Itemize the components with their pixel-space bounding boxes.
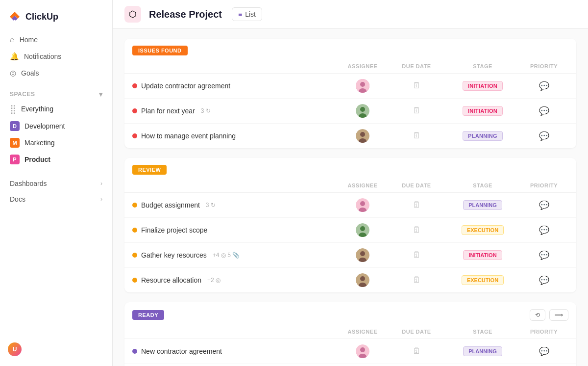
table-row: Update contractor agreement 🗓 INITIATION… [124,74,576,99]
toolbar-btn-1[interactable]: ⟲ [530,309,545,321]
section-issues: ISSUES FOUND ASSIGNEE DUE DATE STAGE PRI… [124,39,576,148]
task-meta: +4 ◎ 5 📎 [213,252,240,259]
sidebar: ClickUp ⌂ Home 🔔 Notifications ◎ Goals S… [0,0,113,366]
date-cell[interactable]: 🗓 [387,131,446,141]
task-text: Finalize project scope [141,226,207,234]
sidebar-item-everything[interactable]: ⣿ Everything [4,100,108,118]
priority-cell[interactable]: 💬 [519,275,568,286]
task-name[interactable]: Resource allocation +2 ◎ [132,276,338,284]
assignee-cell [338,344,387,358]
stage-cell[interactable]: PLANNING [446,131,519,141]
assignee-cell [338,129,387,143]
task-name[interactable]: Budget assignment 3 ↻ [132,201,338,209]
stage-cell[interactable]: PLANNING [446,200,519,210]
stage-cell[interactable]: INITIATION [446,81,519,91]
col-duedate: DUE DATE [387,329,446,335]
task-text: New contractor agreement [141,347,222,355]
priority-dot [132,203,137,208]
table-row: Refresh company website 5 📎 🗓 EXECUTION … [124,364,576,366]
priority-cell[interactable]: 💬 [519,81,568,91]
col-priority: PRIORITY [519,329,568,335]
date-cell[interactable]: 🗓 [387,106,446,116]
col-priority: PRIORITY [519,63,568,69]
table-row: Gather key resources +4 ◎ 5 📎 🗓 INITIATI… [124,243,576,268]
col-stage: STAGE [446,183,519,188]
chevron-down-icon[interactable]: ▾ [99,90,103,98]
priority-cell[interactable]: 💬 [519,346,568,357]
section-label-issues: ISSUES FOUND [132,46,188,55]
sidebar-item-marketing[interactable]: M Marketing [4,134,108,151]
task-text: Resource allocation [141,276,201,284]
priority-cell[interactable]: 💬 [519,200,568,210]
sidebar-item-product[interactable]: P Product [4,151,108,168]
task-name[interactable]: Plan for next year 3 ↻ [132,107,338,115]
clickup-logo-icon [8,10,22,24]
priority-dot [132,83,137,88]
user-profile[interactable]: U [0,339,112,360]
task-name[interactable]: Gather key resources +4 ◎ 5 📎 [132,251,338,259]
top-bar: ⬡ Release Project ≡ List [113,0,588,29]
task-name[interactable]: Update contractor agreement [132,82,338,90]
spaces-section: Spaces ▾ ⣿ Everything D Development M Ma… [0,85,112,168]
date-cell[interactable]: 🗓 [387,346,446,356]
section-review: REVIEW ASSIGNEE DUE DATE STAGE PRIORITY … [124,158,576,292]
content-area: ISSUES FOUND ASSIGNEE DUE DATE STAGE PRI… [113,29,588,366]
task-name[interactable]: New contractor agreement [132,347,338,355]
view-toggle-list[interactable]: ≡ List [232,7,262,21]
sidebar-logo[interactable]: ClickUp [0,6,112,31]
priority-cell[interactable]: 💬 [519,131,568,141]
sidebar-item-goals[interactable]: ◎ Goals [4,65,108,81]
section-label-review: REVIEW [132,165,167,175]
date-cell[interactable]: 🗓 [387,275,446,285]
stage-cell[interactable]: PLANNING [446,346,519,356]
toolbar-btn-2[interactable]: ⟹ [549,309,568,321]
date-cell[interactable]: 🗓 [387,81,446,91]
sidebar-item-notifications[interactable]: 🔔 Notifications [4,48,108,65]
sidebar-item-development[interactable]: D Development [4,118,108,134]
assignee-cell [338,104,387,118]
notifications-icon: 🔔 [10,52,19,61]
task-name[interactable]: How to manage event planning [132,132,338,140]
priority-cell[interactable]: 💬 [519,225,568,235]
sidebar-item-home[interactable]: ⌂ Home [4,31,108,48]
sidebar-item-dashboards[interactable]: Dashboards › [4,176,108,191]
svg-point-6 [360,107,365,112]
docs-label: Docs [10,195,25,203]
priority-dot [132,349,137,354]
stage-badge: INITIATION [463,250,502,260]
date-cell[interactable]: 🗓 [387,250,446,260]
sidebar-item-label: Development [24,122,65,130]
date-cell[interactable]: 🗓 [387,200,446,210]
svg-point-21 [360,276,365,281]
avatar [356,104,369,118]
task-meta: 3 ↻ [206,202,216,209]
everything-icon: ⣿ [10,104,16,114]
marketing-space-icon: M [10,138,20,148]
priority-cell[interactable]: 💬 [519,106,568,116]
priority-cell[interactable]: 💬 [519,250,568,261]
stage-cell[interactable]: EXECUTION [446,275,519,285]
chevron-right-icon: › [100,180,102,187]
avatar [356,248,369,262]
sidebar-item-label: Marketing [24,139,54,147]
stage-cell[interactable]: INITIATION [446,250,519,260]
stage-cell[interactable]: EXECUTION [446,225,519,235]
view-label: List [245,10,256,18]
sidebar-item-label: Notifications [24,52,61,60]
date-cell[interactable]: 🗓 [387,225,446,235]
spaces-header: Spaces ▾ [0,85,112,100]
svg-point-18 [360,251,365,256]
avatar [356,198,369,212]
avatar [356,223,369,237]
stage-cell[interactable]: INITIATION [446,106,519,116]
task-name[interactable]: Finalize project scope [132,226,338,234]
list-view-icon: ≡ [238,10,242,18]
table-row: Finalize project scope 🗓 EXECUTION 💬 [124,218,576,243]
sidebar-item-docs[interactable]: Docs › [4,191,108,207]
avatar: U [8,342,22,356]
stage-badge: INITIATION [463,81,503,91]
priority-dot [132,108,137,113]
col-assignee: ASSIGNEE [338,329,387,335]
assignee-cell [338,79,387,93]
goals-icon: ◎ [10,69,16,78]
